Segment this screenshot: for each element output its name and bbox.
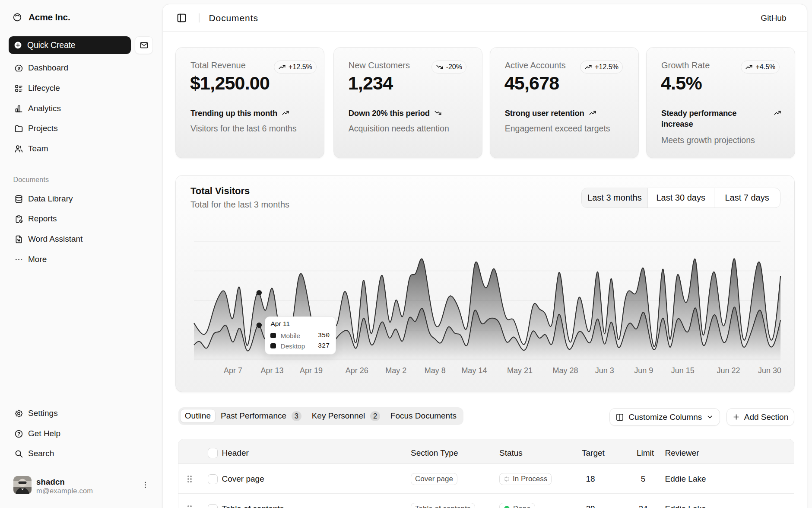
svg-text:Jun 30: Jun 30 <box>758 366 781 375</box>
svg-text:Jun 22: Jun 22 <box>717 366 740 375</box>
svg-text:Apr 13: Apr 13 <box>261 366 284 375</box>
svg-text:May 14: May 14 <box>461 366 487 375</box>
svg-text:Jun 3: Jun 3 <box>595 366 614 375</box>
svg-text:May 8: May 8 <box>425 366 446 375</box>
svg-text:May 28: May 28 <box>553 366 578 375</box>
svg-text:Jun 15: Jun 15 <box>671 366 695 375</box>
svg-text:Jun 9: Jun 9 <box>634 366 653 375</box>
svg-text:Apr 19: Apr 19 <box>300 366 323 375</box>
svg-text:Apr 7: Apr 7 <box>224 366 242 375</box>
svg-text:Apr 26: Apr 26 <box>346 366 368 375</box>
svg-text:May 2: May 2 <box>385 366 406 375</box>
svg-text:May 21: May 21 <box>507 366 533 375</box>
